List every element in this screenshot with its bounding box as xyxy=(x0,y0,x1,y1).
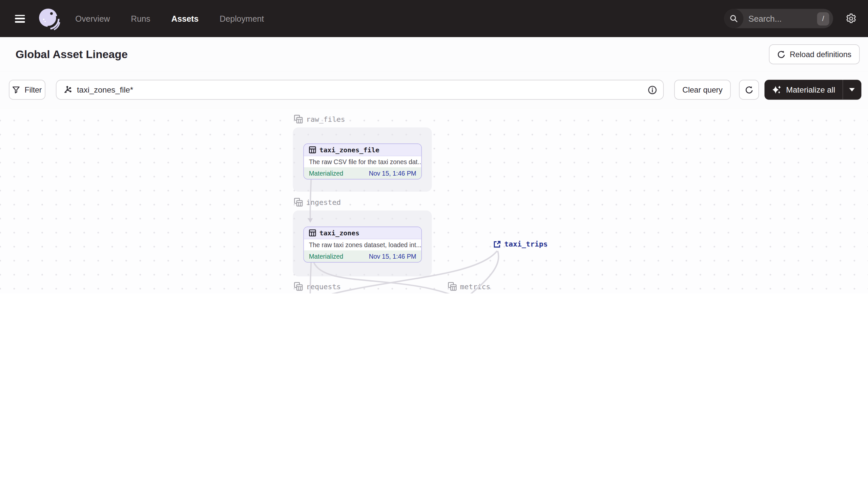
nav-tab-overview[interactable]: Overview xyxy=(75,14,110,23)
asset-selection-value: taxi_zones_file* xyxy=(77,85,648,94)
materialize-options-dropdown[interactable] xyxy=(843,80,861,100)
nav-tabs: Overview Runs Assets Deployment xyxy=(75,14,264,23)
filter-button[interactable]: Filter xyxy=(9,80,45,100)
top-nav: Overview Runs Assets Deployment Search..… xyxy=(0,0,868,37)
asset-selection-input[interactable]: taxi_zones_file* xyxy=(56,80,663,100)
clear-query-button[interactable]: Clear query xyxy=(674,80,730,100)
hamburger-menu-icon[interactable] xyxy=(15,15,25,23)
page-header: Global Asset Lineage Reload definitions xyxy=(0,37,868,72)
info-icon[interactable] xyxy=(648,85,657,95)
lineage-toolbar: Filter taxi_zones_file* Clear query xyxy=(0,71,868,109)
sparkle-icon xyxy=(772,85,781,95)
dagster-logo[interactable] xyxy=(37,7,60,30)
materialization-timestamp: Nov 15, 1:46 PM xyxy=(369,170,416,176)
nav-tab-runs[interactable]: Runs xyxy=(131,14,150,23)
edge-taxi_zones-to-adhoc_request xyxy=(310,262,311,293)
asset-node-taxi_zones_file[interactable]: taxi_zones_file The raw CSV file for the… xyxy=(303,143,422,180)
chevron-down-icon xyxy=(849,88,855,91)
nav-tab-assets[interactable]: Assets xyxy=(171,14,198,23)
search-icon xyxy=(724,9,743,28)
refresh-icon xyxy=(745,86,753,94)
edge-taxi_zones_file-to-taxi_zones xyxy=(310,180,311,218)
dagster-logo-icon xyxy=(37,7,60,30)
materialize-all-split-button: Materialize all xyxy=(764,80,861,100)
table-icon xyxy=(309,229,316,237)
search-shortcut-badge: / xyxy=(817,12,829,25)
search-placeholder: Search... xyxy=(749,14,817,23)
materialize-all-button[interactable]: Materialize all xyxy=(764,80,842,100)
lineage-canvas[interactable]: raw_files ingested requests metrics xyxy=(0,109,868,293)
asset-node-taxi_zones[interactable]: taxi_zones The raw taxi zones dataset, l… xyxy=(303,226,422,262)
external-link-icon xyxy=(493,240,501,248)
search-input[interactable]: Search... / xyxy=(724,9,833,28)
status-badge: Materialized xyxy=(309,253,343,259)
table-icon xyxy=(309,147,316,154)
dagster-app: Overview Runs Assets Deployment Search..… xyxy=(0,0,868,293)
reload-icon xyxy=(777,50,785,58)
graph-selector-icon xyxy=(63,85,72,95)
asset-description: The raw CSV file for the taxi zones dat.… xyxy=(304,156,421,167)
settings-gear-icon[interactable] xyxy=(845,13,857,24)
materialization-timestamp: Nov 15, 1:46 PM xyxy=(369,253,416,259)
page-title: Global Asset Lineage xyxy=(15,48,128,61)
edge-taxi_trips-to-manhattan_stats xyxy=(466,251,499,293)
asset-description: The raw taxi zones dataset, loaded int..… xyxy=(304,239,421,251)
edge-taxi_zones-to-manhattan_stats xyxy=(314,262,460,293)
reload-definitions-button[interactable]: Reload definitions xyxy=(768,44,860,64)
nav-tab-deployment[interactable]: Deployment xyxy=(220,14,264,23)
lineage-edges xyxy=(0,109,868,293)
status-badge: Materialized xyxy=(309,170,343,176)
refresh-button[interactable] xyxy=(739,80,759,100)
external-asset-taxi_trips[interactable]: taxi_trips xyxy=(493,240,548,248)
filter-funnel-icon xyxy=(13,86,20,94)
